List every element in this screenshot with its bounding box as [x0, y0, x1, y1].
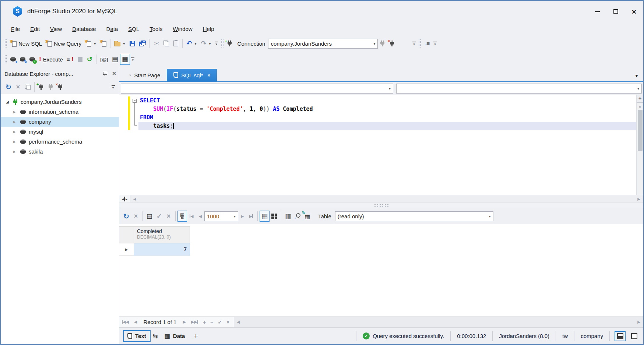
scrollbar-thumb[interactable]: [638, 110, 643, 151]
save-all-button[interactable]: [137, 38, 148, 49]
menu-database[interactable]: Database: [67, 24, 101, 34]
cut-button[interactable]: ✂: [152, 38, 161, 49]
add-view-button[interactable]: +: [189, 332, 202, 340]
explorer-delete-button[interactable]: ×: [13, 81, 23, 92]
member-combobox[interactable]: ▾: [396, 84, 642, 94]
editor-horizontal-scrollbar[interactable]: ◂▸ ◀ ▶: [119, 195, 643, 203]
tab-data-view[interactable]: ▦ Data: [160, 330, 190, 342]
tree-root-connection[interactable]: ◢ company.JordanSanders: [1, 97, 119, 107]
value-cell[interactable]: 7: [134, 243, 190, 256]
copy-button[interactable]: [161, 38, 171, 49]
swap-view-button[interactable]: ⇆: [151, 331, 160, 342]
menu-window[interactable]: Window: [168, 24, 197, 34]
new-query-button[interactable]: ✱ New Query: [44, 38, 83, 49]
tree-item-company[interactable]: ▶ company: [1, 117, 119, 127]
menu-data[interactable]: Data: [101, 24, 123, 34]
toolbar-overflow-button[interactable]: ▾: [214, 38, 219, 49]
last-record-button[interactable]: ▶▶: [189, 320, 201, 324]
toolbar-overflow-button[interactable]: ▾: [130, 54, 136, 64]
first-page-button[interactable]: ◀: [187, 214, 196, 219]
post-edit-button[interactable]: ✓: [215, 319, 224, 325]
table-mode-combobox[interactable]: (read only) ▾: [335, 211, 493, 221]
explorer-refresh-button[interactable]: ↻: [4, 81, 13, 92]
split-layout-button[interactable]: [615, 331, 626, 341]
explorer-overflow-button[interactable]: ▾: [110, 82, 116, 92]
paste-button[interactable]: [171, 38, 180, 49]
new-sql-button[interactable]: ✱ New SQL: [8, 38, 44, 49]
execute-button[interactable]: ! Execute: [37, 54, 65, 65]
redo-button[interactable]: ↷▾: [199, 38, 213, 49]
expand-icon[interactable]: ▶: [13, 110, 18, 114]
tab-list-dropdown[interactable]: ▼: [634, 73, 643, 81]
maximize-button[interactable]: [606, 4, 625, 19]
explorer-close-icon[interactable]: ×: [112, 70, 116, 77]
tree-item-information-schema[interactable]: ▶ information_schema: [1, 107, 119, 117]
tree-item-performance-schema[interactable]: ▶ performance_schema: [1, 137, 119, 147]
previous-page-button[interactable]: ◀: [196, 214, 204, 219]
document-outline-combobox[interactable]: ▾: [121, 84, 393, 94]
expand-icon[interactable]: ▶: [13, 150, 18, 154]
toolbar-grip[interactable]: [4, 39, 7, 48]
tab-text-view[interactable]: Text: [123, 330, 151, 342]
validate-button[interactable]: ✓: [28, 54, 37, 65]
pin-icon[interactable]: [103, 71, 107, 76]
incremental-search-button[interactable]: ↓: [293, 211, 303, 222]
save-button[interactable]: [127, 38, 137, 49]
fold-collapse-icon[interactable]: [133, 99, 137, 103]
splitter-grip[interactable]: [374, 204, 389, 207]
undo-button[interactable]: ↶▾: [184, 38, 199, 49]
database-info[interactable]: company: [576, 333, 608, 339]
row-selector-header[interactable]: [119, 226, 134, 243]
disconnect-button[interactable]: ×: [387, 38, 397, 49]
connection-combobox[interactable]: company.JordanSanders ▾: [268, 39, 378, 49]
grid-data-row[interactable]: ▶ 7: [119, 243, 190, 256]
menu-help[interactable]: Help: [198, 24, 219, 34]
menu-tools[interactable]: Tools: [144, 24, 168, 34]
explorer-disconnect-button[interactable]: ×: [56, 81, 65, 92]
menu-file[interactable]: File: [6, 24, 25, 34]
execution-plan-button[interactable]: ▤: [110, 54, 120, 65]
row-selector-cell[interactable]: ▶: [119, 243, 134, 256]
scroll-right-icon[interactable]: ▶: [634, 197, 643, 201]
query-history-button[interactable]: ↺: [85, 54, 94, 65]
scroll-up-icon[interactable]: ▲: [638, 103, 642, 110]
commit-button[interactable]: ▤: [145, 211, 154, 222]
toolbar-grip[interactable]: [418, 39, 421, 48]
cancel-edit-button[interactable]: ×: [224, 319, 232, 325]
code-area[interactable]: SELECT SUM(IF(status = 'Completed', 1, 0…: [119, 95, 636, 195]
execute-to-file-button[interactable]: ▸: [8, 54, 18, 65]
connection-info[interactable]: JordanSanders (8.0): [495, 333, 554, 339]
paging-toggle-button[interactable]: ▦⇆: [177, 211, 187, 222]
auto-refresh-button[interactable]: ▦↻: [303, 211, 312, 222]
refresh-results-button[interactable]: ↻: [122, 211, 131, 222]
column-header-completed[interactable]: Completed DECIMAL(23, 0): [134, 226, 190, 243]
tab-close-icon[interactable]: ×: [208, 73, 211, 78]
editor-results-splitter[interactable]: [119, 203, 643, 208]
execute-settings-button[interactable]: ↻: [18, 54, 28, 65]
append-record-button[interactable]: +: [201, 319, 208, 325]
scroll-left-icon[interactable]: ◀: [130, 197, 139, 201]
expand-icon[interactable]: ▶: [13, 120, 18, 124]
grid-view-button[interactable]: ▦: [260, 211, 270, 222]
cancel-changes-button[interactable]: ×: [164, 211, 173, 222]
sql-editor[interactable]: SELECT SUM(IF(status = 'Completed', 1, 0…: [119, 95, 643, 195]
toolbar-grip[interactable]: [4, 55, 7, 64]
tree-item-sakila[interactable]: ▶ sakila: [1, 147, 119, 156]
explorer-duplicate-button[interactable]: [23, 81, 32, 92]
format-button[interactable]: ↓≡: [422, 38, 432, 49]
cancel-results-button[interactable]: ×: [131, 211, 141, 222]
tab-sql-sql[interactable]: SQL.sql* ×: [167, 69, 217, 81]
first-record-button[interactable]: ◀◀: [119, 320, 131, 324]
scroll-left-icon[interactable]: ◀: [234, 320, 243, 324]
last-page-button[interactable]: ▶: [246, 214, 255, 219]
menu-view[interactable]: View: [45, 24, 67, 34]
query-profiler-button[interactable]: [@]: [98, 54, 110, 65]
full-layout-button[interactable]: [629, 331, 640, 341]
new-document-button[interactable]: ✱ ▾: [83, 38, 98, 49]
stop-button[interactable]: [75, 54, 85, 65]
menu-sql[interactable]: SQL: [123, 24, 144, 34]
scroll-right-icon[interactable]: ▶: [634, 320, 643, 324]
tab-start-page[interactable]: ◔ Start Page: [122, 69, 167, 81]
minimize-button[interactable]: [588, 4, 606, 19]
new-file-button[interactable]: ✱: [98, 38, 108, 49]
